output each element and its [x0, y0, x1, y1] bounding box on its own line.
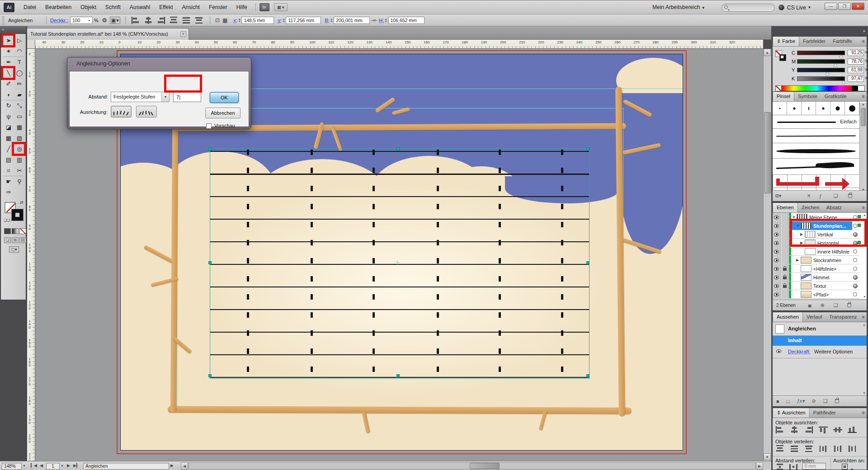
- dist-top-icon[interactable]: [775, 445, 785, 452]
- layer-main[interactable]: ▶Stockrahmen: [791, 256, 852, 264]
- visibility-cell[interactable]: [773, 213, 781, 221]
- dist-vcenter-icon[interactable]: [790, 445, 800, 452]
- appearance-row-opacity[interactable]: Deckkraft: Weitere Optionen: [773, 346, 867, 358]
- layer-row-innerehilfslinie[interactable]: innere Hilfslinie: [773, 247, 859, 256]
- spacing-dropdown[interactable]: Festgelegte Stufen ▼: [111, 92, 170, 102]
- slider-thumb[interactable]: [834, 64, 837, 66]
- calligraphic-brush[interactable]: [787, 102, 802, 115]
- align-top-icon[interactable]: [819, 426, 829, 433]
- lock-cell[interactable]: [781, 256, 788, 264]
- page-number[interactable]: 1: [46, 463, 60, 470]
- artboard-tool[interactable]: ⌗: [4, 166, 14, 176]
- lock-cell[interactable]: [781, 247, 788, 256]
- cs-live[interactable]: CS Live ▼: [778, 0, 811, 14]
- fill-stroke-indicator[interactable]: [775, 50, 789, 64]
- first-page-icon[interactable]: ▎◀: [31, 463, 37, 468]
- pencil-tool[interactable]: ✏: [14, 79, 24, 89]
- visibility-cell[interactable]: [773, 221, 781, 230]
- tab-verlauf[interactable]: Verlauf: [803, 312, 826, 322]
- menu-fenster[interactable]: Fenster: [204, 0, 232, 14]
- swoosh-brush-row[interactable]: [773, 159, 859, 175]
- search-input[interactable]: [722, 4, 775, 12]
- color-spectrum[interactable]: [775, 85, 865, 91]
- scroll-left-icon[interactable]: ◀: [181, 462, 188, 470]
- document-tab-close-icon[interactable]: ×: [180, 31, 186, 37]
- target-icon[interactable]: [853, 249, 857, 254]
- tab-farbfelder[interactable]: Farbfelder: [799, 37, 829, 46]
- channel-slider-C[interactable]: [797, 51, 845, 55]
- new-sublayer-icon[interactable]: ⊕: [820, 302, 824, 308]
- scroll-down-icon[interactable]: ▼: [863, 391, 866, 395]
- menu-effekt[interactable]: Effekt: [155, 0, 177, 14]
- new-effect-icon[interactable]: ƒx▾: [797, 398, 804, 404]
- opacity-link[interactable]: Deckkraft:: [788, 349, 811, 354]
- visibility-cell[interactable]: [773, 264, 781, 273]
- menu-auswahl[interactable]: Auswahl: [125, 0, 155, 14]
- white-swatch[interactable]: [858, 86, 864, 91]
- none-swatch[interactable]: [776, 86, 782, 91]
- page-dropdown-icon[interactable]: ▼: [61, 463, 64, 469]
- x-input[interactable]: 148,5 mm: [241, 17, 274, 24]
- menu-datei[interactable]: Datei: [19, 0, 41, 14]
- tab-grafikstile[interactable]: Grafikstile: [821, 92, 850, 101]
- visibility-cell[interactable]: [773, 282, 781, 290]
- tab-absatz[interactable]: Absatz: [823, 203, 845, 212]
- tab-farbe[interactable]: ⇕ Farbe: [773, 37, 799, 46]
- magic-wand-tool[interactable]: ✶: [4, 47, 14, 56]
- lock-cell[interactable]: [781, 230, 788, 239]
- tab-farbhilfe[interactable]: Farbhilfe: [829, 37, 856, 46]
- perspective-grid-tool[interactable]: ▦: [14, 122, 24, 132]
- dist-top-icon[interactable]: [169, 17, 179, 24]
- horizontal-scroll-thumb[interactable]: [470, 463, 500, 469]
- channel-slider-Y[interactable]: [797, 68, 845, 72]
- none-button[interactable]: [19, 228, 26, 234]
- visibility-icon[interactable]: [774, 293, 779, 296]
- visibility-icon[interactable]: [774, 258, 779, 262]
- new-layer-icon[interactable]: ❏: [834, 302, 838, 308]
- vertical-scrollbar[interactable]: ▲ ▼: [763, 49, 771, 461]
- toolbar-collapse-icon[interactable]: «: [0, 26, 26, 33]
- selection-bounding-box[interactable]: [210, 149, 590, 379]
- target-icon[interactable]: [853, 275, 858, 280]
- hand-tool[interactable]: ☛: [4, 177, 14, 187]
- layer-row-textur[interactable]: Textur: [773, 282, 859, 290]
- align-left-icon[interactable]: [131, 17, 141, 24]
- channel-value-Y[interactable]: 61,98: [848, 67, 864, 73]
- tab-ebenen[interactable]: Ebenen: [773, 203, 798, 212]
- steps-input[interactable]: 7|: [173, 92, 201, 102]
- scale-tool[interactable]: ⤡: [14, 101, 24, 111]
- lock-cell[interactable]: [781, 282, 788, 290]
- style-dropdown-icon[interactable]: ▣▾: [110, 17, 120, 24]
- orientation-align-page-button[interactable]: [111, 106, 132, 118]
- visibility-cell[interactable]: [773, 273, 781, 282]
- scroll-up-icon[interactable]: ▲: [860, 103, 867, 106]
- selection-handle[interactable]: [208, 261, 212, 264]
- brush-options-icon[interactable]: ƒ: [819, 193, 822, 199]
- lock-cell[interactable]: [781, 264, 788, 273]
- brush-list-scrollbar[interactable]: ▲ ▼: [859, 103, 867, 191]
- slider-thumb[interactable]: [839, 55, 843, 58]
- visibility-cell[interactable]: [773, 247, 781, 256]
- delete-item-icon[interactable]: [835, 399, 839, 403]
- charcoal-brush-row[interactable]: [773, 129, 859, 143]
- collapse-panels-icon[interactable]: »: [863, 28, 865, 33]
- selection-handle[interactable]: [586, 374, 590, 377]
- dist-vcenter-icon[interactable]: [182, 17, 192, 24]
- channel-slider-K[interactable]: [797, 76, 845, 81]
- panel-menu-icon[interactable]: ≡: [862, 205, 865, 210]
- recolor-artwork-icon[interactable]: ❂: [103, 17, 107, 24]
- tab-zeichen[interactable]: Zeichen: [798, 203, 823, 212]
- calligraphic-brush[interactable]: [773, 102, 787, 115]
- shape-builder-tool[interactable]: ◪: [4, 122, 14, 132]
- target-icon[interactable]: [853, 267, 857, 271]
- status-popup-icon[interactable]: ▶: [170, 463, 174, 468]
- spectrum-ramp[interactable]: [782, 86, 852, 91]
- remove-brush-stroke-icon[interactable]: ✕: [807, 193, 811, 199]
- column-graph-tool[interactable]: ▥: [14, 155, 24, 165]
- scroll-up-icon[interactable]: ▲: [863, 323, 866, 326]
- y-input[interactable]: 117,256 mm: [286, 17, 321, 24]
- default-fill-stroke-icon[interactable]: ❏❏: [4, 218, 10, 222]
- visibility-cell[interactable]: [773, 239, 781, 247]
- panel-menu-icon[interactable]: ≡: [862, 38, 865, 44]
- height-stepper[interactable]: ▲▼: [385, 18, 387, 22]
